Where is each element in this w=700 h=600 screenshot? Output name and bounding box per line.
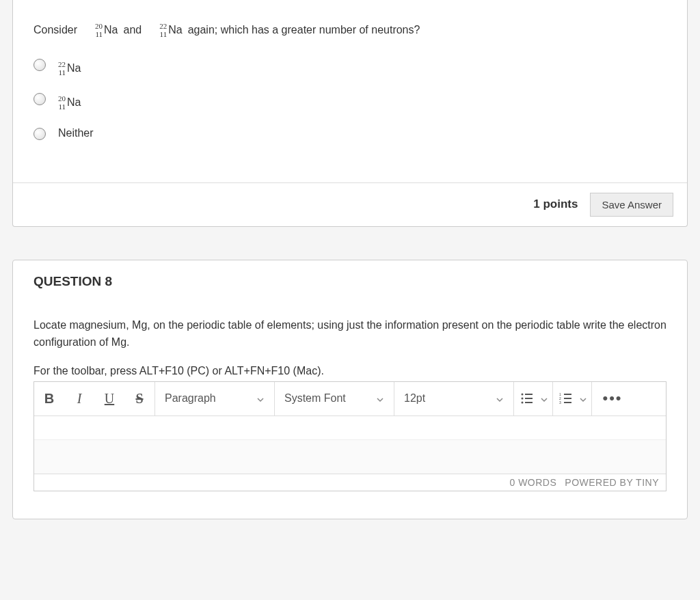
question-8-prompt: Locate magnesium, Mg, on the periodic ta… xyxy=(33,316,667,351)
editor-content-area[interactable] xyxy=(34,416,666,474)
chevron-down-icon xyxy=(579,394,587,403)
svg-rect-11 xyxy=(564,402,571,403)
q7-prefix: Consider xyxy=(33,24,77,36)
option-c-label: Neither xyxy=(58,127,94,139)
isotope-2-atomic: 11 xyxy=(160,30,167,38)
italic-button[interactable]: I xyxy=(64,381,94,415)
chevron-down-icon xyxy=(256,394,265,403)
block-format-select[interactable]: Paragraph xyxy=(155,382,275,415)
isotope-2: 22 11 Na xyxy=(147,22,182,38)
font-size-value: 12pt xyxy=(404,392,425,405)
isotope-2-symbol: Na xyxy=(168,24,182,36)
font-family-select[interactable]: System Font xyxy=(275,382,394,415)
numbered-list-split-button[interactable]: 1 2 3 xyxy=(553,382,592,415)
chevron-down-icon xyxy=(540,394,548,403)
option-b-symbol: Na xyxy=(67,96,81,109)
isotope-1: 20 11 Na xyxy=(83,22,118,38)
option-a-label: 22 11 Na xyxy=(58,57,81,77)
option-a-symbol: Na xyxy=(67,62,81,74)
editor-status-bar: 0 WORDS POWERED BY TINY xyxy=(34,474,666,491)
isotope-1-atomic: 11 xyxy=(95,30,103,38)
q7-points: 1 points xyxy=(533,197,578,211)
option-c-radio[interactable] xyxy=(33,128,46,140)
option-b-radio[interactable] xyxy=(33,93,46,105)
svg-text:3: 3 xyxy=(559,400,561,405)
svg-point-2 xyxy=(522,398,524,400)
font-family-value: System Font xyxy=(284,392,346,405)
bullet-list-split-button[interactable] xyxy=(514,382,553,415)
toolbar-hint: For the toolbar, press ALT+F10 (PC) or A… xyxy=(33,365,667,377)
isotope-2-mass: 22 xyxy=(159,22,167,30)
font-size-select[interactable]: 12pt xyxy=(394,382,514,415)
svg-rect-9 xyxy=(564,398,571,399)
option-b-mass: 20 xyxy=(58,94,66,103)
powered-by: POWERED BY TINY xyxy=(565,477,659,488)
option-b-label: 20 11 Na xyxy=(58,92,81,111)
svg-point-0 xyxy=(522,394,524,396)
question-8-card: QUESTION 8 Locate magnesium, Mg, on the … xyxy=(12,260,688,519)
save-answer-button[interactable]: Save Answer xyxy=(590,193,673,217)
q7-options: 22 11 Na 20 11 Na xyxy=(33,57,667,139)
underline-button[interactable]: U xyxy=(94,381,124,415)
option-c: Neither xyxy=(33,126,667,140)
bold-button[interactable]: B xyxy=(34,381,64,415)
chevron-down-icon xyxy=(376,394,384,403)
word-count: 0 WORDS xyxy=(509,477,556,488)
question-7-prompt: Consider 20 11 Na and 22 11 Na aga xyxy=(33,22,667,38)
q7-mid: and xyxy=(123,24,142,36)
option-a: 22 11 Na xyxy=(33,57,667,77)
option-a-mass: 22 xyxy=(58,60,66,68)
block-format-value: Paragraph xyxy=(165,392,216,405)
chevron-down-icon xyxy=(496,394,504,403)
isotope-1-mass: 20 xyxy=(95,22,103,30)
option-b: 20 11 Na xyxy=(33,92,667,111)
editor-toolbar: B I U S Paragraph System Font 12pt xyxy=(34,382,666,416)
option-a-atomic: 11 xyxy=(58,68,66,77)
question-7-card: Consider 20 11 Na and 22 11 Na aga xyxy=(12,0,688,227)
question-8-title: QUESTION 8 xyxy=(33,274,667,289)
svg-rect-7 xyxy=(564,394,571,395)
bullet-list-icon xyxy=(514,381,540,415)
option-b-atomic: 11 xyxy=(58,103,66,111)
svg-rect-1 xyxy=(525,394,533,395)
svg-rect-5 xyxy=(525,402,533,403)
numbered-list-icon: 1 2 3 xyxy=(553,381,579,415)
q7-suffix: again; which has a greater number of neu… xyxy=(188,24,420,36)
strikethrough-button[interactable]: S xyxy=(124,381,154,415)
isotope-1-symbol: Na xyxy=(104,24,118,36)
rich-text-editor: B I U S Paragraph System Font 12pt xyxy=(33,381,667,491)
more-options-button[interactable]: ••• xyxy=(592,382,633,415)
svg-rect-3 xyxy=(525,398,533,399)
q7-footer: 1 points Save Answer xyxy=(13,182,687,226)
option-a-radio[interactable] xyxy=(33,59,46,71)
svg-point-4 xyxy=(522,402,524,404)
